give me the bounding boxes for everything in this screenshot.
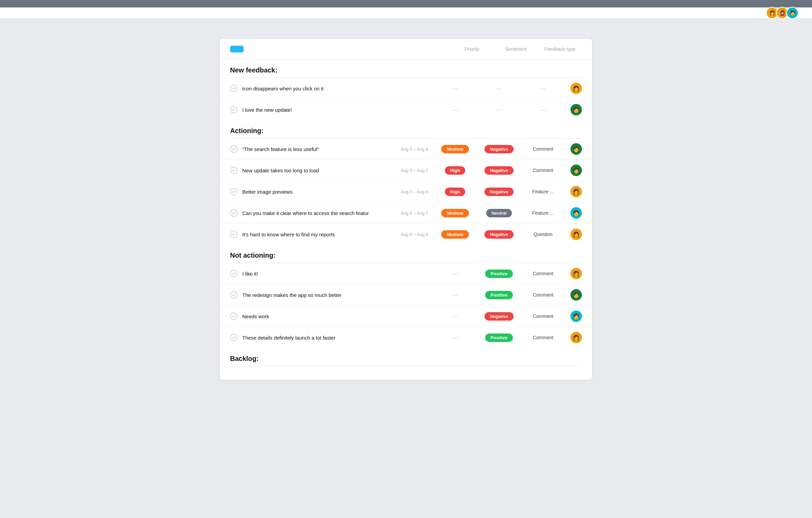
task-sentiment: Positive (477, 269, 521, 278)
task-row: I love the new update!———🧑 (220, 99, 592, 120)
task-feedbacktype: Comment (521, 146, 565, 152)
task-name: I love the new update! (242, 107, 396, 113)
task-priority: Medium (433, 145, 477, 153)
task-date: Aug 5 – Aug 7 (396, 168, 433, 173)
sentiment-column-header: Sentiment (494, 46, 538, 52)
task-check-icon[interactable] (230, 106, 238, 113)
task-row: It's hard to know where to find my repor… (220, 224, 592, 245)
task-priority: — (433, 292, 477, 299)
task-sentiment: Negative (477, 188, 521, 196)
task-avatar: 👩 (570, 83, 582, 94)
toolbar: Priority Sentiment Feedback type (220, 39, 592, 60)
add-task-button[interactable] (230, 46, 244, 52)
task-avatar: 👩 (570, 268, 582, 279)
task-sentiment: Negative (477, 166, 521, 175)
section-title: Backlog: (220, 348, 592, 366)
task-sentiment: Neutral (477, 209, 521, 217)
task-priority: — (433, 270, 477, 277)
task-name: Needs work (242, 314, 396, 319)
task-priority: Medium (433, 209, 477, 217)
task-avatar: 🧑 (570, 207, 582, 219)
task-check-icon[interactable] (230, 167, 238, 174)
task-feedbacktype: Question (521, 231, 565, 237)
task-date: Aug 5 – Aug 6 (396, 189, 433, 194)
task-check-icon[interactable] (230, 209, 238, 217)
header-avatars: 👩👩‍🦱🧑 (766, 7, 798, 19)
task-check-icon[interactable] (230, 312, 238, 320)
task-priority: — (433, 106, 477, 113)
task-priority: High (433, 166, 477, 175)
task-sentiment: Negative (477, 145, 521, 153)
priority-column-header: Priority (450, 46, 494, 52)
task-name: "The search feature is less useful" (242, 146, 396, 152)
main-content: Priority Sentiment Feedback type New fee… (220, 39, 592, 380)
task-check-icon[interactable] (230, 334, 238, 341)
task-check-icon[interactable] (230, 270, 238, 277)
task-check-icon[interactable] (230, 145, 238, 153)
section-title: Not actioning: (220, 245, 592, 263)
task-date: Aug 6 – Aug 7 (396, 211, 433, 216)
task-sentiment: — (477, 106, 521, 113)
section: Backlog: (220, 348, 592, 366)
task-date: Aug 5 – Aug 6 (396, 147, 433, 152)
task-feedbacktype: Comment (521, 334, 565, 341)
task-feedbacktype: Comment (521, 167, 565, 173)
task-feedbacktype: Comment (521, 271, 565, 277)
task-row: These details definitely launch a lot fa… (220, 327, 592, 348)
task-check-icon[interactable] (230, 291, 238, 299)
task-priority: High (433, 188, 477, 196)
feedbacktype-column-header: Feedback type (538, 46, 582, 52)
task-row: The redesign makes the app so much bette… (220, 284, 592, 306)
task-feedbacktype: Comment (521, 292, 565, 298)
task-name: The redesign makes the app so much bette… (242, 292, 396, 298)
task-avatar: 👩 (570, 332, 582, 343)
task-avatar: 🧑 (570, 310, 582, 322)
task-feedbacktype: — (521, 85, 565, 92)
task-row: Better image previewsAug 5 – Aug 6HighNe… (220, 181, 592, 202)
header-avatar: 🧑 (786, 7, 798, 19)
section: New feedback:Icon disappears when you cl… (220, 60, 592, 120)
task-avatar: 👩 (570, 229, 582, 240)
header: 👩👩‍🦱🧑 (0, 7, 812, 19)
task-name: Better image previews (242, 189, 396, 195)
task-avatar: 🧑 (570, 289, 582, 301)
task-row: I like it!—PositiveComment👩 (220, 263, 592, 284)
task-row: Icon disappears when you click on it———👩 (220, 78, 592, 99)
task-sentiment: Negative (477, 312, 521, 321)
task-row: "The search feature is less useful"Aug 5… (220, 138, 592, 160)
task-name: I like it! (242, 271, 396, 277)
task-name: These details definitely launch a lot fa… (242, 335, 396, 341)
task-sentiment: — (477, 85, 521, 92)
section: Not actioning:I like it!—PositiveComment… (220, 245, 592, 348)
task-name: Icon disappears when you click on it (242, 86, 396, 91)
task-priority: Medium (433, 230, 477, 239)
task-priority: — (433, 313, 477, 320)
task-feedbacktype: Feature ... (521, 210, 565, 216)
task-name: New update takes too long to load (242, 168, 396, 173)
task-sentiment: Positive (477, 333, 521, 342)
section-title: Actioning: (220, 120, 592, 138)
task-row: New update takes too long to loadAug 5 –… (220, 160, 592, 181)
task-priority: — (433, 85, 477, 92)
section: Actioning:"The search feature is less us… (220, 120, 592, 245)
task-check-icon[interactable] (230, 231, 238, 238)
task-check-icon[interactable] (230, 85, 238, 92)
task-sentiment: Positive (477, 291, 521, 299)
task-feedbacktype: — (521, 106, 565, 113)
sections-container: New feedback:Icon disappears when you cl… (220, 60, 592, 366)
section-title: New feedback: (220, 60, 592, 78)
task-feedbacktype: Comment (521, 313, 565, 319)
column-headers: Priority Sentiment Feedback type (450, 46, 582, 52)
task-avatar: 🧑 (570, 104, 582, 115)
task-row: Can you make it clear where to access th… (220, 202, 592, 224)
task-check-icon[interactable] (230, 188, 238, 195)
task-avatar: 👩 (570, 186, 582, 197)
task-date: Aug 6 – Aug 8 (396, 232, 433, 237)
task-avatar: 👩 (570, 165, 582, 176)
top-bar (0, 0, 812, 7)
task-name: Can you make it clear where to access th… (242, 210, 396, 216)
task-row: Needs work—NegativeComment🧑 (220, 306, 592, 327)
task-priority: — (433, 334, 477, 341)
task-feedbacktype: Feature ... (521, 189, 565, 195)
task-name: It's hard to know where to find my repor… (242, 232, 396, 237)
